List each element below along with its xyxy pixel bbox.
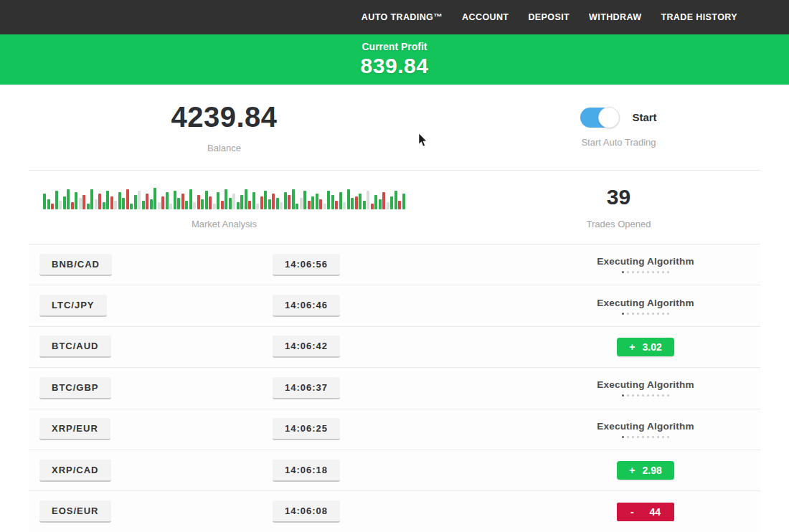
result-sign: + (629, 341, 635, 353)
progress-dots-icon (597, 436, 694, 438)
current-profit-value: 839.84 (361, 54, 429, 78)
nav-item-account[interactable]: ACCOUNT (462, 12, 509, 22)
trades-opened-block: 39 Trades Opened (448, 171, 789, 244)
market-analysis-block: Market Analysis (0, 171, 448, 244)
status-label: Executing Algorithm (597, 379, 694, 390)
auto-trading-toggle[interactable] (580, 108, 619, 128)
trades-table: BNB/CAD 14:06:56 Executing Algorithm LTC… (29, 244, 760, 532)
result-value: 3.02 (642, 341, 661, 353)
time-badge: 14:06:56 (273, 254, 340, 276)
result-sign: + (629, 465, 635, 476)
result-value: 2.98 (642, 465, 661, 476)
balance-value: 4239.84 (171, 101, 277, 133)
market-analysis-label: Market Analysis (192, 219, 257, 229)
toggle-knob-icon (598, 107, 620, 128)
table-row: LTC/JPY 14:06:46 Executing Algorithm (29, 285, 760, 326)
pair-badge[interactable]: XRP/EUR (39, 418, 110, 440)
table-row: EOS/EUR 14:06:08 -44 (29, 491, 760, 532)
auto-trading-label: Start Auto Trading (581, 137, 656, 148)
table-row: BNB/CAD 14:06:56 Executing Algorithm (29, 244, 760, 285)
time-badge: 14:06:42 (273, 336, 340, 358)
stats-row-top: 4239.84 Balance Start Start Auto Trading (0, 85, 789, 170)
result-badge: -44 (617, 503, 674, 521)
time-badge: 14:06:25 (273, 418, 340, 440)
current-profit-banner: Current Profit 839.84 (0, 34, 789, 85)
status-executing: Executing Algorithm (597, 379, 694, 396)
status-executing: Executing Algorithm (597, 421, 694, 438)
pair-badge[interactable]: LTC/JPY (39, 295, 107, 317)
progress-dots-icon (597, 271, 694, 273)
result-badge: +3.02 (617, 338, 674, 356)
time-badge: 14:06:37 (273, 377, 340, 399)
nav-item-withdraw[interactable]: WITHDRAW (589, 12, 641, 22)
top-nav: AUTO TRADING™ACCOUNTDEPOSITWITHDRAWTRADE… (0, 0, 789, 34)
pair-badge[interactable]: BTC/AUD (39, 336, 111, 358)
status-executing: Executing Algorithm (597, 298, 694, 315)
pair-badge[interactable]: BTC/GBP (39, 377, 111, 399)
table-row: BTC/GBP 14:06:37 Executing Algorithm (29, 368, 760, 409)
status-label: Executing Algorithm (597, 298, 694, 308)
auto-trading-block: Start Start Auto Trading (448, 85, 789, 170)
pair-badge[interactable]: XRP/CAD (39, 460, 111, 482)
balance-block: 4239.84 Balance (0, 85, 448, 170)
pair-badge[interactable]: BNB/CAD (39, 254, 112, 276)
current-profit-label: Current Profit (362, 41, 427, 52)
nav-item-deposit[interactable]: DEPOSIT (528, 12, 570, 22)
result-badge: +2.98 (617, 461, 674, 480)
time-badge: 14:06:18 (273, 460, 340, 482)
trades-opened-label: Trades Opened (587, 219, 651, 229)
progress-dots-icon (597, 313, 694, 315)
table-row: XRP/EUR 14:06:25 Executing Algorithm (29, 409, 760, 450)
progress-dots-icon (597, 394, 694, 396)
toggle-state-label: Start (632, 111, 656, 123)
pair-badge[interactable]: EOS/EUR (39, 500, 111, 523)
time-badge: 14:06:08 (273, 500, 340, 523)
status-executing: Executing Algorithm (597, 256, 694, 273)
balance-label: Balance (207, 143, 241, 153)
nav-item-auto-trading[interactable]: AUTO TRADING™ (362, 12, 443, 22)
stats-row-bottom: Market Analysis 39 Trades Opened (0, 171, 789, 244)
result-value: 44 (650, 506, 661, 518)
trades-opened-value: 39 (607, 185, 630, 209)
table-row: BTC/AUD 14:06:42 +3.02 (29, 327, 760, 368)
status-label: Executing Algorithm (597, 421, 694, 432)
market-analysis-chart (43, 185, 405, 209)
nav-item-trade-history[interactable]: TRADE HISTORY (661, 12, 737, 22)
result-sign: - (630, 506, 634, 518)
time-badge: 14:06:46 (273, 295, 340, 317)
status-label: Executing Algorithm (597, 256, 694, 267)
table-row: XRP/CAD 14:06:18 +2.98 (29, 450, 760, 491)
